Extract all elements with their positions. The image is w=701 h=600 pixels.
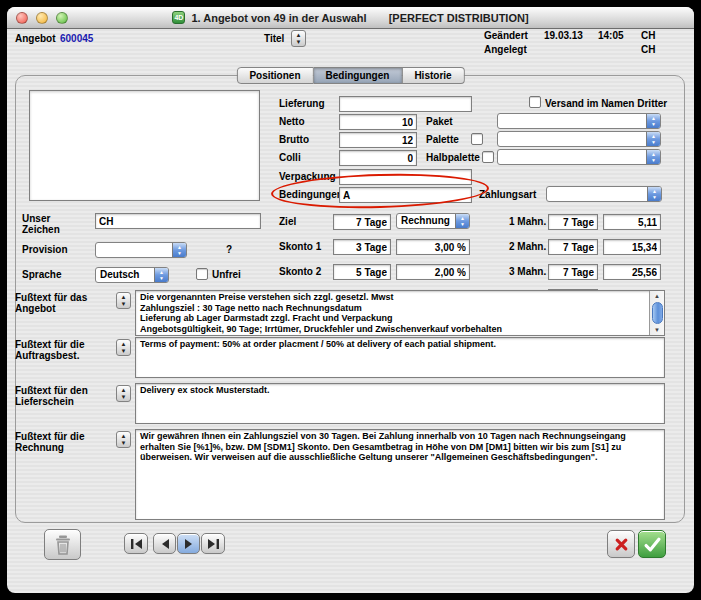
previous-record-button[interactable]	[153, 533, 176, 554]
paket-label: Paket	[426, 116, 453, 127]
next-record-button[interactable]	[177, 533, 200, 554]
bedingungen-input[interactable]	[339, 187, 472, 203]
delete-button[interactable]	[44, 529, 81, 560]
lieferung-label: Lieferung	[279, 98, 325, 109]
mahn2-betrag-input[interactable]	[603, 239, 661, 255]
skonto1-label: Skonto 1	[279, 241, 321, 252]
stepper-down-icon: ▼	[121, 301, 127, 307]
dropdown-arrows-icon: ▲▼	[154, 268, 168, 282]
halbpalette-dropdown[interactable]: ▲▼	[497, 149, 661, 165]
fusstext-angebot-text: Die vorgenannten Preise verstehen sich z…	[136, 291, 664, 335]
geaendert-date: 19.03.13	[544, 30, 583, 41]
first-record-icon	[130, 539, 143, 549]
ok-check-icon	[644, 537, 661, 552]
cancel-button[interactable]	[607, 530, 635, 558]
sprache-dropdown[interactable]: Deutsch ▲▼	[95, 267, 169, 283]
provision-question-label: ?	[226, 244, 232, 255]
netto-input[interactable]	[339, 114, 417, 130]
window-title-area: 4D 1. Angebot von 49 in der Auswahl [PER…	[172, 11, 528, 24]
fusstext-angebot-stepper[interactable]: ▲ ▼	[116, 292, 131, 309]
mahn2-tage-input[interactable]	[548, 239, 598, 255]
first-record-button[interactable]	[124, 533, 148, 554]
mahn3-betrag-input[interactable]	[603, 264, 661, 280]
close-window-button[interactable]	[16, 12, 28, 24]
geaendert-user: CH	[641, 30, 655, 41]
sprache-label: Sprache	[22, 269, 61, 280]
provision-label: Provision	[22, 244, 68, 255]
angebot-label: Angebot	[15, 33, 56, 44]
mahn1-tage-input[interactable]	[548, 214, 598, 230]
palette-checkbox[interactable]	[471, 133, 483, 145]
lieferung-input[interactable]	[339, 96, 472, 112]
next-record-icon	[184, 539, 194, 549]
fusstext-auftrag-label: Fußtext für die Auftragsbest.	[15, 339, 113, 361]
stepper-up-icon: ▲	[121, 387, 127, 393]
dropdown-arrows-icon: ▲▼	[172, 243, 186, 257]
last-record-button[interactable]	[201, 533, 225, 554]
palette-dropdown[interactable]: ▲▼	[497, 131, 661, 147]
verpackung-input[interactable]	[339, 169, 472, 185]
ok-button[interactable]	[638, 530, 666, 558]
mahn3-tage-input[interactable]	[548, 264, 598, 280]
ziel-tage-input[interactable]	[333, 214, 391, 230]
stepper-up-icon: ▲	[121, 341, 127, 347]
skonto2-tage-input[interactable]	[333, 264, 391, 280]
tab-positionen[interactable]: Positionen	[236, 67, 313, 84]
traffic-lights	[16, 12, 68, 24]
scroll-up-icon[interactable]: ▲	[654, 291, 660, 301]
dropdown-arrows-icon: ▲▼	[646, 114, 660, 128]
angelegt-user: CH	[641, 44, 655, 55]
provision-combo[interactable]: ▲▼	[95, 242, 187, 258]
fusstext-rechnung-text: Wir gewähren Ihnen ein Zahlungsziel von …	[136, 430, 664, 464]
tab-historie[interactable]: Historie	[402, 67, 464, 84]
brutto-input[interactable]	[339, 132, 417, 148]
angebot-number: 600045	[60, 33, 93, 44]
zoom-window-button[interactable]	[56, 12, 68, 24]
app-window: 4D 1. Angebot von 49 in der Auswahl [PER…	[7, 7, 694, 593]
geaendert-label: Geändert	[484, 30, 528, 41]
minimize-window-button[interactable]	[36, 12, 48, 24]
previous-record-icon	[160, 539, 170, 549]
fusstext-rechnung-stepper[interactable]: ▲ ▼	[116, 431, 131, 448]
fusstext-auftrag-stepper[interactable]: ▲ ▼	[116, 339, 131, 356]
stepper-up-icon: ▲	[121, 294, 127, 300]
fusstext-rechnung-textarea[interactable]: Wir gewähren Ihnen ein Zahlungsziel von …	[135, 429, 665, 520]
fusstext-lieferschein-text: Delivery ex stock Musterstadt.	[136, 384, 664, 397]
skonto1-prozent-input[interactable]	[396, 239, 470, 255]
fusstext-angebot-textarea[interactable]: Die vorgenannten Preise verstehen sich z…	[135, 290, 665, 336]
window-title: 1. Angebot von 49 in der Auswahl	[191, 12, 366, 24]
provision-value	[96, 243, 172, 257]
palette-label: Palette	[426, 134, 459, 145]
fusstext-lieferschein-textarea[interactable]: Delivery ex stock Musterstadt.	[135, 383, 665, 424]
skonto1-tage-input[interactable]	[333, 239, 391, 255]
unser-zeichen-input[interactable]	[95, 213, 261, 229]
stepper-down-icon: ▼	[121, 440, 127, 446]
paket-dropdown[interactable]: ▲▼	[497, 113, 661, 129]
notes-textarea[interactable]	[29, 90, 260, 201]
netto-label: Netto	[279, 116, 305, 127]
tab-bedingungen[interactable]: Bedingungen	[314, 67, 403, 84]
stepper-down-icon: ▼	[121, 348, 127, 354]
unfrei-label: Unfrei	[212, 269, 241, 280]
ziel-basis-dropdown[interactable]: Rechnung ▲▼	[396, 213, 470, 229]
fusstext-lieferschein-stepper[interactable]: ▲ ▼	[116, 385, 131, 402]
zahlungsart-dropdown[interactable]: ▲▼	[546, 186, 662, 202]
skonto2-prozent-input[interactable]	[396, 264, 470, 280]
mahn1-betrag-input[interactable]	[603, 214, 661, 230]
title-bar[interactable]: 4D 1. Angebot von 49 in der Auswahl [PER…	[7, 7, 694, 29]
halbpalette-checkbox[interactable]	[482, 151, 494, 163]
stepper-up-icon: ▲	[121, 433, 127, 439]
scroll-down-icon[interactable]: ▼	[654, 325, 660, 335]
colli-input[interactable]	[339, 150, 417, 166]
unfrei-checkbox[interactable]	[196, 268, 208, 280]
scroll-thumb[interactable]	[652, 302, 663, 324]
titel-stepper[interactable]: ▲ ▼	[291, 30, 306, 47]
fusstext-angebot-scrollbar[interactable]: ▲ ▼	[649, 291, 664, 335]
titel-label: Titel	[264, 33, 284, 44]
fusstext-auftrag-textarea[interactable]: Terms of payment: 50% at order placment …	[135, 337, 665, 378]
paket-dropdown-value	[498, 114, 646, 128]
geaendert-time: 14:05	[598, 30, 624, 41]
mahn2-label: 2 Mahn.	[509, 241, 546, 252]
dropdown-arrows-icon: ▲▼	[455, 214, 469, 228]
versand-checkbox[interactable]	[529, 96, 541, 108]
